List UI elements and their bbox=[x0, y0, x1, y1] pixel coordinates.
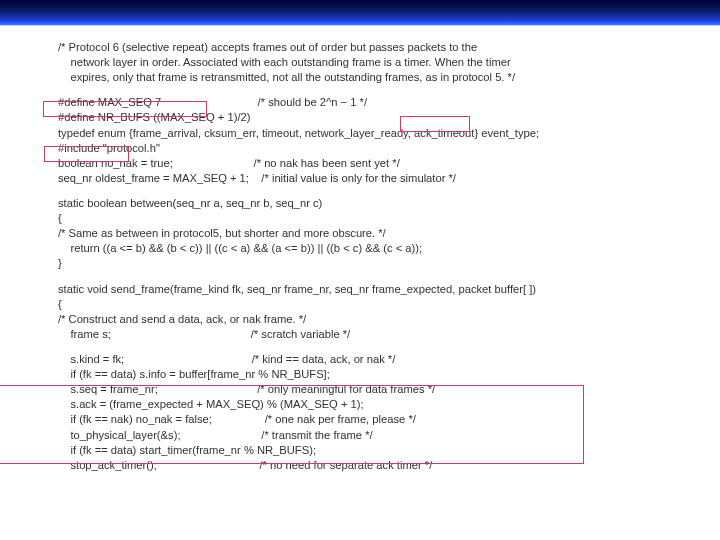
code-line: { bbox=[58, 297, 692, 312]
code-line: /* Construct and send a data, ack, or na… bbox=[58, 312, 692, 327]
code-line: stop_ack_timer(); /* no need for separat… bbox=[58, 458, 692, 473]
code-line: } bbox=[58, 256, 692, 271]
code-line: to_physical_layer(&s); /* transmit the f… bbox=[58, 428, 692, 443]
code-line: boolean no_nak = true; /* no nak has bee… bbox=[58, 156, 692, 171]
code-line: /* Same as between in protocol5, but sho… bbox=[58, 226, 692, 241]
code-line: s.seq = frame_nr; /* only meaningful for… bbox=[58, 382, 692, 397]
code-line: frame s; /* scratch variable */ bbox=[58, 327, 692, 342]
code-line: expires, only that frame is retransmitte… bbox=[58, 70, 692, 85]
code-line: s.kind = fk; /* kind == data, ack, or na… bbox=[58, 352, 692, 367]
code-line: network layer in order. Associated with … bbox=[58, 55, 692, 70]
code-line: if (fk == nak) no_nak = false; /* one na… bbox=[58, 412, 692, 427]
code-line: #include "protocol.h" bbox=[58, 141, 692, 156]
slide-content: /* Protocol 6 (selective repeat) accepts… bbox=[0, 26, 720, 473]
code-line: if (fk == data) s.info = buffer[frame_nr… bbox=[58, 367, 692, 382]
title-bar-gradient bbox=[0, 0, 720, 26]
code-line: /* Protocol 6 (selective repeat) accepts… bbox=[58, 40, 692, 55]
code-line: #define MAX_SEQ 7 /* should be 2^n − 1 *… bbox=[58, 95, 692, 110]
code-line: if (fk == data) start_timer(frame_nr % N… bbox=[58, 443, 692, 458]
code-line: seq_nr oldest_frame = MAX_SEQ + 1; /* in… bbox=[58, 171, 692, 186]
code-line: return ((a <= b) && (b < c)) || ((c < a)… bbox=[58, 241, 692, 256]
code-line: { bbox=[58, 211, 692, 226]
code-line: static void send_frame(frame_kind fk, se… bbox=[58, 282, 692, 297]
code-line: static boolean between(seq_nr a, seq_nr … bbox=[58, 196, 692, 211]
code-line: s.ack = (frame_expected + MAX_SEQ) % (MA… bbox=[58, 397, 692, 412]
code-line: #define NR_BUFS ((MAX_SEQ + 1)/2) bbox=[58, 110, 692, 125]
code-line: typedef enum {frame_arrival, cksum_err, … bbox=[58, 126, 692, 141]
